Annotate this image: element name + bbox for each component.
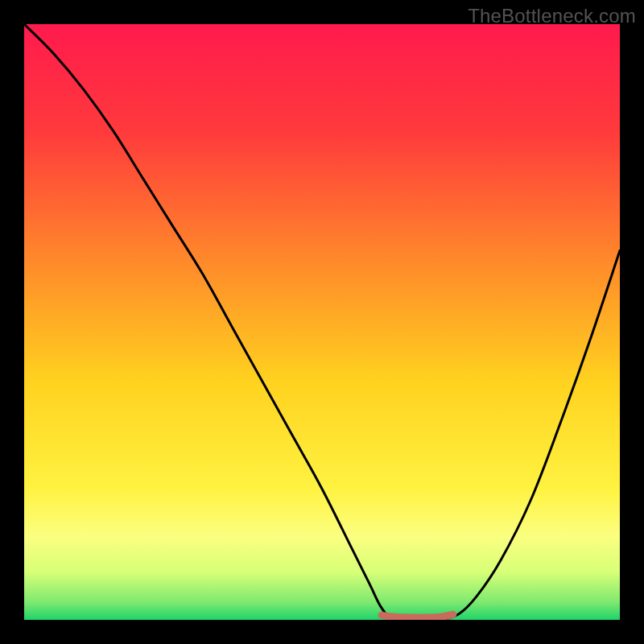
bottleneck-chart <box>0 0 644 644</box>
watermark-text: TheBottleneck.com <box>468 5 636 27</box>
optimal-region-marker <box>382 614 453 617</box>
gradient-background <box>24 24 620 620</box>
chart-frame: TheBottleneck.com <box>0 0 644 644</box>
